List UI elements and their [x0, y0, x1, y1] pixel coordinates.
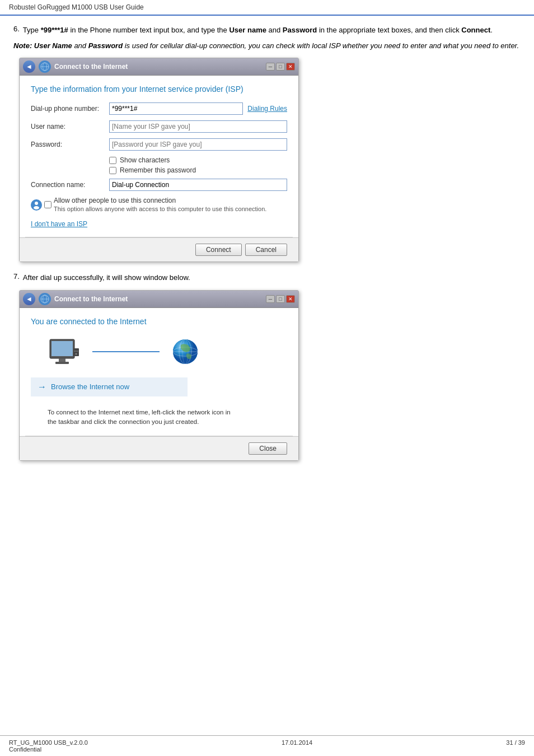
dialog-2-controls: ─ □ ✕	[266, 295, 295, 303]
username-row: User name:	[31, 120, 287, 133]
show-chars-row: Show characters	[109, 156, 287, 164]
svg-point-4	[35, 202, 38, 205]
dialog-2-maximize[interactable]: □	[276, 295, 285, 303]
footer-page: 31 / 39	[506, 739, 525, 753]
remember-password-label: Remember this password	[120, 166, 196, 174]
step-6: 6. Type *99***1# in the Phone number tex…	[13, 25, 521, 262]
dialog-2-minimize[interactable]: ─	[266, 295, 275, 303]
close-button[interactable]: ✕	[286, 63, 295, 71]
step-7-number: 7.	[13, 272, 20, 283]
footer-left: RT_UG_M1000 USB_v.2.0.0 Confidential	[9, 739, 88, 753]
svg-rect-14	[74, 351, 78, 352]
no-isp-link[interactable]: I don't have an ISP	[31, 220, 87, 228]
password-input[interactable]	[109, 138, 287, 151]
browse-internet-row[interactable]: → Browse the Internet now	[31, 377, 188, 396]
browse-internet-label: Browse the Internet now	[51, 382, 129, 391]
dialog-2-titlebar: ◄ Connect to the Internet ─ □	[20, 291, 298, 308]
dialog-1-body: Type the information from your Internet …	[20, 76, 298, 237]
phone-number-label: Dial-up phone number:	[31, 105, 109, 113]
connect-button[interactable]: Connect	[195, 244, 242, 256]
connected-title: You are connected to the Internet	[31, 317, 287, 326]
allow-section: Allow other people to use this connectio…	[31, 197, 287, 212]
dialog-2-back-button[interactable]: ◄	[23, 293, 35, 305]
doc-id: RT_UG_M1000 USB_v.2.0.0	[9, 739, 88, 746]
dialog-2-globe-icon	[39, 293, 51, 305]
globe-icon-title	[39, 60, 51, 73]
svg-rect-10	[51, 341, 73, 356]
connect-info-text: To connect to the Internet next time, le…	[48, 408, 287, 427]
connection-name-label: Connection name:	[31, 181, 109, 189]
svg-rect-13	[73, 348, 79, 356]
dialing-rules-link[interactable]: Dialing Rules	[247, 105, 287, 113]
show-characters-label: Show characters	[120, 156, 170, 164]
password-row: Password:	[31, 138, 287, 151]
dialog-1-subtitle: Type the information from your Internet …	[31, 85, 287, 94]
dialog-2-footer: Close	[20, 436, 298, 460]
close-dialog-button[interactable]: Close	[249, 442, 287, 455]
step-6-note: Note: User Name and Password is used for…	[13, 40, 521, 52]
dialog-2-close[interactable]: ✕	[286, 295, 295, 303]
titlebar-controls: ─ □ ✕	[266, 63, 295, 71]
svg-rect-11	[59, 358, 65, 362]
remember-pw-row: Remember this password	[109, 166, 287, 174]
step-6-number: 6.	[13, 25, 20, 36]
computer-icon	[48, 338, 81, 365]
dialog-1-title: Connect to the Internet	[54, 63, 128, 71]
footer-date: 17.01.2014	[282, 739, 312, 753]
dialog-2-body: You are connected to the Internet	[20, 308, 298, 436]
titlebar-left: ◄ Connect to the Internet	[23, 60, 128, 73]
allow-text-block: Allow other people to use this connectio…	[54, 197, 266, 212]
allow-icon	[31, 199, 42, 211]
allow-others-checkbox[interactable]	[44, 201, 51, 208]
phone-number-input[interactable]	[109, 102, 243, 115]
dialog-connect-1: ◄ Connect to the Internet ─ □	[19, 58, 299, 262]
header-title: Robustel GoRugged M1000 USB User Guide	[9, 3, 144, 11]
password-label: Password:	[31, 141, 109, 148]
arrow-icon: →	[38, 382, 46, 392]
svg-point-15	[76, 353, 77, 354]
connection-visual	[48, 337, 287, 366]
cancel-button[interactable]: Cancel	[245, 244, 287, 256]
phone-number-row: Dial-up phone number: Dialing Rules	[31, 102, 287, 115]
minimize-button[interactable]: ─	[266, 63, 275, 71]
show-characters-checkbox[interactable]	[109, 157, 116, 164]
dialog-2-title: Connect to the Internet	[54, 295, 128, 303]
back-button[interactable]: ◄	[23, 60, 35, 73]
allow-main-label: Allow other people to use this connectio…	[54, 197, 266, 204]
step-7: 7. After dial up successfully, it will s…	[13, 272, 521, 461]
maximize-button[interactable]: □	[276, 63, 285, 71]
username-label: User name:	[31, 123, 109, 130]
footer-confidential: Confidential	[9, 746, 88, 753]
dialog-connect-2: ◄ Connect to the Internet ─ □	[19, 290, 299, 461]
dialog-2-titlebar-left: ◄ Connect to the Internet	[23, 293, 128, 305]
remember-password-checkbox[interactable]	[109, 167, 116, 174]
connection-line	[92, 351, 160, 352]
doc-footer: RT_UG_M1000 USB_v.2.0.0 Confidential 17.…	[0, 735, 534, 756]
connection-name-row: Connection name:	[31, 179, 287, 191]
allow-sub-label: This option allows anyone with access to…	[54, 206, 266, 212]
step-7-text: After dial up successfully, it will show…	[23, 272, 190, 283]
world-globe-icon	[171, 337, 200, 366]
dialog-1-titlebar: ◄ Connect to the Internet ─ □	[20, 58, 298, 76]
username-input[interactable]	[109, 120, 287, 133]
doc-header: Robustel GoRugged M1000 USB User Guide	[0, 0, 534, 16]
connection-name-input[interactable]	[109, 179, 287, 191]
step-6-text: Type *99***1# in the Phone number text i…	[23, 25, 493, 36]
svg-rect-12	[55, 362, 69, 364]
dialog-1-footer: Connect Cancel	[20, 237, 298, 262]
svg-point-5	[34, 206, 39, 209]
